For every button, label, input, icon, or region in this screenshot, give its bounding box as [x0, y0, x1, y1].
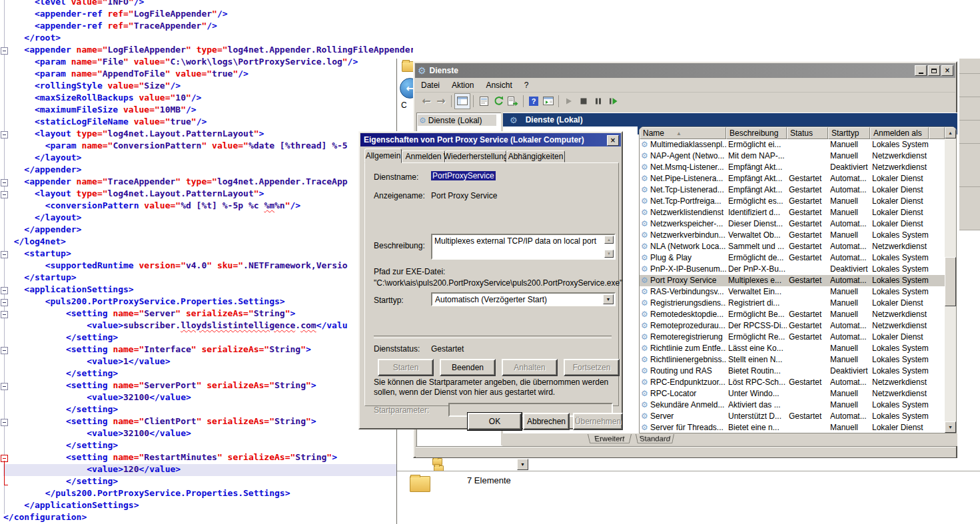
fold-marker-icon[interactable] — [1, 47, 8, 55]
beenden-button[interactable]: Beenden — [440, 359, 496, 376]
dialog-tab-allgemein[interactable]: Allgemein — [364, 148, 402, 163]
minimize-button[interactable] — [915, 65, 927, 76]
fold-marker-icon[interactable] — [1, 299, 8, 306]
service-row[interactable]: ⚙Server für Threads...Bietet eine n...Ma… — [640, 422, 945, 433]
service-row[interactable]: ⚙Netzwerkspeicher-...Dieser Dienst...Ges… — [640, 218, 945, 230]
fold-marker-icon[interactable] — [1, 347, 8, 354]
menu-item-datei[interactable]: Datei — [415, 79, 446, 91]
service-row[interactable]: ⚙ServerUnterstützt D...GestartetAutomat.… — [640, 411, 945, 422]
column-header-name[interactable]: Name▲ — [640, 127, 726, 139]
toolbar-stop-service-icon[interactable] — [576, 94, 591, 109]
services-window-titlebar[interactable]: ⚙ Dienste × — [415, 63, 955, 78]
beschreibung-textbox[interactable]: Multiplexes external TCP/IP data on loca… — [431, 234, 616, 260]
service-row[interactable]: ⚙Richtlinie zum Entfe...Lässt eine Ko...… — [640, 343, 945, 354]
column-header-starttyp[interactable]: Starttyp — [828, 127, 870, 139]
toolbar-start-service-icon[interactable] — [562, 94, 576, 109]
tree-item-dienste-lokal[interactable]: ⚙ Dienste (Lokal) — [418, 115, 496, 126]
toolbar-show-tree-icon[interactable] — [454, 93, 470, 109]
service-row[interactable]: ⚙Remoteprozedurau...Der RPCSS-Di...Gesta… — [640, 320, 945, 332]
scroll-up-button[interactable]: ▲ — [945, 127, 956, 138]
service-cell: Sammelt und ... — [728, 241, 787, 252]
toolbar-pause-service-icon[interactable] — [591, 94, 606, 109]
xml-code-editor[interactable]: <level value="INFO"/> <appender-ref ref=… — [0, 0, 413, 524]
abbrechen-button[interactable]: Abbrechen — [523, 413, 570, 430]
service-cell: Server für Threads... — [650, 422, 726, 433]
service-row[interactable]: ⚙Net.Pipe-Listenera...Empfängt Akt...Ges… — [640, 173, 945, 184]
service-row[interactable]: ⚙RemoteregistrierungErmöglicht Re...Gest… — [640, 332, 945, 343]
service-row[interactable]: ⚙RPC-Endpunktzuor...Löst RPC-Sch...Gesta… — [640, 377, 945, 388]
dialog-close-button[interactable]: × — [607, 135, 619, 146]
toolbar-refresh-icon[interactable] — [491, 94, 506, 109]
service-row[interactable]: ⚙Net.Msmq-Listener...Empfängt Akt...Deak… — [640, 162, 945, 173]
service-row[interactable]: ⚙Multimediaklassenpl...Ermöglicht ei...M… — [640, 139, 945, 150]
service-row[interactable]: ⚙Netzwerkverbindun...Verwaltet Ob...Gest… — [640, 230, 945, 241]
service-row[interactable]: ⚙NAP-Agent (Netwo...Mit dem NAP-...Manue… — [640, 150, 945, 162]
chevron-down-icon[interactable]: ▼ — [603, 294, 614, 304]
service-row[interactable]: ⚙Plug & PlayErmöglicht de...GestartetAut… — [640, 252, 945, 264]
menu-item-ansicht[interactable]: Ansicht — [480, 79, 518, 91]
service-row[interactable]: ⚙Routing und RASBietet Routin...Deaktivi… — [640, 366, 945, 377]
scroll-down-icon[interactable]: ▼ — [604, 250, 614, 258]
service-row[interactable]: ⚙PnP-X-IP-Busenum...Der PnP-X-Bu...Deakt… — [640, 264, 945, 275]
service-row[interactable]: ⚙Registrierungsdiens...Registriert di...… — [640, 298, 945, 309]
code-line: <setting name="RestartMinutes" serialize… — [3, 452, 337, 464]
service-row[interactable]: ⚙Remotedesktopdie...Ermöglicht Be...Gest… — [640, 309, 945, 320]
ok-button[interactable]: OK — [468, 413, 522, 430]
service-row[interactable]: ⚙Port Proxy ServiceMultiplexes e...Gesta… — [640, 275, 945, 286]
column-header-status[interactable]: Status — [787, 127, 828, 139]
scroll-thumb[interactable] — [945, 257, 956, 306]
menu-item-?[interactable]: ? — [518, 79, 535, 91]
fold-marker-icon[interactable] — [1, 191, 8, 198]
scroll-up-icon[interactable]: ▲ — [604, 236, 614, 244]
toolbar-properties-icon[interactable] — [476, 94, 491, 109]
dialog-tab-anmelden[interactable]: Anmelden — [402, 150, 445, 162]
dialog-tab-abhängigkeiten[interactable]: Abhängigkeiten — [506, 150, 565, 162]
column-header-beschreibung[interactable]: Beschreibung — [726, 127, 787, 139]
dialog-tab-wiederherstellung[interactable]: Wiederherstellung — [445, 150, 506, 162]
service-cell: Netzwerkdienst — [872, 150, 929, 162]
toolbar-forward-icon[interactable]: → — [434, 94, 448, 109]
toolbar-restart-service-icon[interactable] — [606, 94, 620, 109]
dialog-tab-page: Dienstname: PortProxyService Anzeigename… — [364, 162, 619, 406]
fold-marker-icon[interactable] — [1, 179, 8, 186]
service-row[interactable]: ⚙RAS-Verbindungsv...Verwaltet Ein...Manu… — [640, 286, 945, 298]
toolbar-extended-view-icon[interactable] — [541, 94, 556, 109]
service-cell: Gestartet — [789, 309, 828, 320]
code-line: <rollingStyle value="Size"/> — [3, 81, 181, 93]
service-row[interactable]: ⚙Richtlinienergebniss...Stellt einen N..… — [640, 354, 945, 366]
dienstname-value[interactable]: PortProxyService — [431, 171, 496, 180]
starttyp-combobox[interactable]: Automatisch (Verzögerter Start) ▼ — [431, 292, 616, 306]
fold-marker-icon[interactable] — [1, 311, 8, 318]
services-statusbar — [416, 446, 956, 457]
fold-marker-icon[interactable] — [1, 419, 8, 426]
fold-marker-icon[interactable] — [1, 251, 8, 258]
view-tab-standard[interactable]: Standard — [636, 434, 674, 443]
service-row[interactable]: ⚙Sekundäre Anmeld...Aktiviert das ...Man… — [640, 399, 945, 411]
service-row[interactable]: ⚙Net.Tcp-Listenerad...Empfängt Akt...Ges… — [640, 184, 945, 196]
fold-marker-icon[interactable] — [1, 131, 8, 138]
fold-marker-icon[interactable] — [1, 287, 8, 294]
fold-marker-icon[interactable] — [1, 383, 8, 390]
service-cell — [789, 139, 828, 150]
dialog-titlebar[interactable]: Eigenschaften von Port Proxy Service (Lo… — [360, 133, 621, 146]
toolbar-back-icon[interactable]: ← — [419, 94, 434, 109]
service-row[interactable]: ⚙RPC-LocatorUnter Windo...ManuellNetzwer… — [640, 388, 945, 399]
service-cell: Automat... — [830, 218, 870, 230]
close-button[interactable]: × — [941, 65, 953, 76]
service-row[interactable]: ⚙NetzwerklistendienstIdentifiziert d...G… — [640, 207, 945, 218]
maximize-button[interactable] — [928, 65, 940, 76]
service-cell: Lokaler Dienst — [872, 173, 929, 184]
view-tab-erweitert[interactable]: Erweitert — [588, 434, 632, 443]
code-line: <appender name="LogFileAppender" type="l… — [3, 45, 413, 57]
service-row[interactable]: ⚙Net.Tcp-Portfreiga...Ermöglicht es...Ge… — [640, 196, 945, 207]
toolbar-help-icon[interactable]: ? — [526, 94, 541, 109]
column-header-anmelden-als[interactable]: Anmelden als — [870, 127, 929, 139]
services-list-panel: Name▲BeschreibungStatusStarttypAnmelden … — [639, 127, 957, 433]
scroll-down-button[interactable]: ▼ — [945, 421, 956, 433]
service-row[interactable]: ⚙NLA (Network Loca...Sammelt und ...Gest… — [640, 241, 945, 252]
services-scrollbar[interactable]: ▲ ▼ — [945, 127, 956, 433]
menu-item-aktion[interactable]: Aktion — [446, 79, 480, 91]
services-banner-icon: ⚙ — [510, 115, 518, 125]
dropdown-button[interactable]: ▼ — [517, 459, 528, 470]
toolbar-export-list-icon[interactable] — [506, 94, 520, 109]
